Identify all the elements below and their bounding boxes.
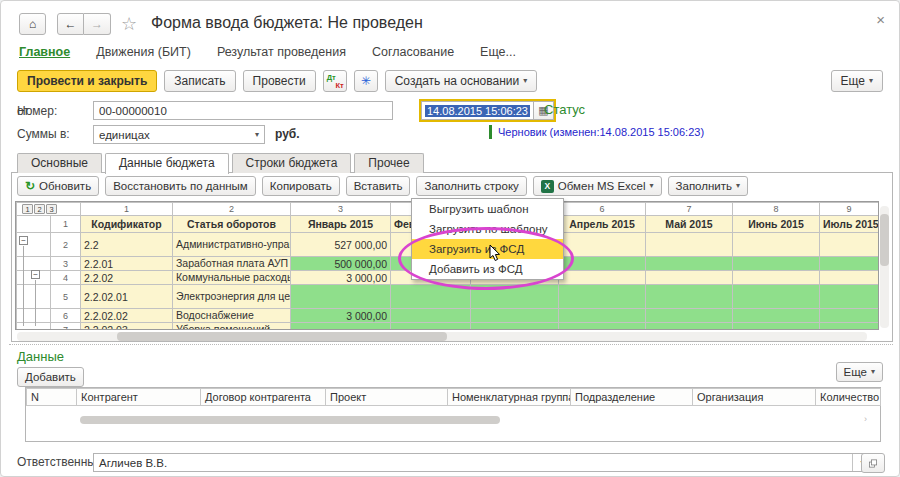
dtkt-button[interactable]: ДтКт <box>323 70 347 92</box>
grid-header-cell[interactable]: Май 2015 <box>646 216 733 233</box>
post-button[interactable]: Провести <box>243 70 316 92</box>
tab-stroki-byudzheta[interactable]: Строки бюджета <box>232 153 352 173</box>
excel-exchange-button[interactable]: X Обмен MS Excel ▾ <box>533 176 662 196</box>
value-cell[interactable] <box>559 309 646 323</box>
value-cell[interactable] <box>733 257 820 271</box>
scrollbar-thumb[interactable] <box>117 332 447 341</box>
menu-item-vygruzit-shablon[interactable]: Выгрузить шаблон <box>412 199 563 219</box>
row-number[interactable]: 6 <box>51 309 81 323</box>
column-number[interactable]: 3 <box>291 203 391 216</box>
copy-button[interactable]: Копировать <box>262 176 340 196</box>
value-cell[interactable] <box>646 233 733 257</box>
menu-item-dobavit-iz-fsd[interactable]: Добавить из ФСД <box>412 259 563 279</box>
article-cell[interactable]: Административно-управленческие расходы <box>173 233 291 257</box>
back-button[interactable]: ← <box>57 13 84 35</box>
value-cell[interactable] <box>471 309 559 323</box>
forward-button[interactable]: → <box>84 13 111 35</box>
value-cell[interactable] <box>646 285 733 309</box>
row-number[interactable]: 4 <box>51 271 81 285</box>
value-cell[interactable] <box>733 309 820 323</box>
paste-button[interactable]: Вставить <box>346 176 411 196</box>
column-header[interactable]: Контрагент <box>77 389 201 406</box>
date-input[interactable]: 14.08.2015 15:06:23 <box>421 101 534 120</box>
value-cell[interactable]: 527 000,00 <box>291 233 391 257</box>
nav-item-dvizheniya[interactable]: Движения (БИТ) <box>96 45 191 59</box>
article-cell[interactable]: Электроэнергия для целей АУП <box>173 285 291 309</box>
value-cell[interactable] <box>733 233 820 257</box>
column-number[interactable]: 8 <box>733 203 820 216</box>
nav-item-more[interactable]: Еще... <box>480 45 516 59</box>
column-number[interactable]: 1 <box>81 203 173 216</box>
responsible-input[interactable]: Агличев В.В. ▾ <box>93 453 873 472</box>
row-number[interactable]: 3 <box>51 257 81 271</box>
add-button[interactable]: Добавить <box>17 367 84 387</box>
tab-dannye-byudzheta[interactable]: Данные бюджета <box>105 153 229 174</box>
fill-button[interactable]: Заполнить ▾ <box>668 176 748 196</box>
code-cell[interactable]: 2.2.02.03 <box>81 323 173 331</box>
more-button-top[interactable]: Еще ▾ <box>831 70 883 92</box>
row-number[interactable]: 5 <box>51 285 81 309</box>
magic-button[interactable]: ✳ <box>354 70 378 92</box>
post-and-close-button[interactable]: Провести и закрыть <box>17 70 157 92</box>
value-cell[interactable]: 3 000,00 <box>291 309 391 323</box>
write-button[interactable]: Записать <box>164 70 235 92</box>
close-icon[interactable]: × <box>876 11 885 28</box>
article-cell[interactable]: Водоснабжение <box>173 309 291 323</box>
article-cell[interactable]: Заработная плата АУП <box>173 257 291 271</box>
column-number[interactable]: 7 <box>646 203 733 216</box>
grid-horizontal-scrollbar[interactable] <box>17 332 867 341</box>
code-cell[interactable]: 2.2.02 <box>81 271 173 285</box>
tab-prochee[interactable]: Прочее <box>354 153 423 173</box>
value-cell[interactable] <box>820 309 879 323</box>
column-header[interactable]: Договор контрагента <box>201 389 326 406</box>
nav-item-glavnoe[interactable]: Главное <box>19 45 70 59</box>
value-cell[interactable] <box>820 233 879 257</box>
row-number[interactable]: 1 <box>51 216 81 233</box>
value-cell[interactable] <box>391 285 471 309</box>
value-cell[interactable] <box>820 257 879 271</box>
refresh-button[interactable]: ↻ Обновить <box>17 176 99 196</box>
value-cell[interactable] <box>646 271 733 285</box>
responsible-choose-button[interactable] <box>861 453 885 473</box>
grid-header-cell[interactable]: Июнь 2015 <box>733 216 820 233</box>
scrollbar-thumb[interactable] <box>880 214 889 266</box>
value-cell[interactable] <box>820 271 879 285</box>
grid-header-cell[interactable]: Статья оборотов <box>173 216 291 233</box>
value-cell[interactable] <box>471 285 559 309</box>
value-cell[interactable] <box>820 285 879 309</box>
tab-osnovnye[interactable]: Основные <box>17 153 102 173</box>
scroll-right-icon[interactable]: › <box>864 414 867 424</box>
home-button[interactable]: ⌂ <box>19 13 46 35</box>
column-header[interactable]: Подразделение <box>571 389 693 406</box>
menu-item-zagruzit-iz-fsd[interactable]: Загрузить из ФСД <box>412 239 563 259</box>
value-cell[interactable] <box>559 233 646 257</box>
fill-row-button[interactable]: Заполнить строку <box>416 176 526 196</box>
value-cell[interactable] <box>391 309 471 323</box>
row-number[interactable]: 7 <box>51 323 81 331</box>
value-cell[interactable]: 500 000,00 <box>291 257 391 271</box>
grid-header-cell[interactable]: Кодификатор <box>81 216 173 233</box>
group-level-1-button[interactable]: 1 <box>22 204 33 214</box>
value-cell[interactable] <box>646 309 733 323</box>
article-cell[interactable]: Уборка помещений <box>173 323 291 331</box>
value-cell[interactable] <box>291 323 391 331</box>
more-button-bottom[interactable]: Еще ▾ <box>836 362 883 382</box>
column-number[interactable]: 2 <box>173 203 291 216</box>
column-number[interactable]: 9 <box>820 203 879 216</box>
value-cell[interactable] <box>471 323 559 331</box>
column-header[interactable]: Проект <box>326 389 448 406</box>
sums-select[interactable]: единицах ▾ <box>93 125 265 144</box>
nav-item-rezultat[interactable]: Результат проведения <box>217 45 346 59</box>
collapse-icon[interactable]: − <box>19 236 28 245</box>
row-number[interactable]: 2 <box>51 233 81 257</box>
value-cell[interactable] <box>391 323 471 331</box>
code-cell[interactable]: 2.2 <box>81 233 173 257</box>
group-level-2-button[interactable]: 2 <box>34 204 45 214</box>
value-cell[interactable] <box>291 285 391 309</box>
favorites-star-icon[interactable]: ☆ <box>121 13 137 35</box>
restore-button[interactable]: Восстановить по данным <box>105 176 256 196</box>
group-level-3-button[interactable]: 3 <box>46 204 57 214</box>
value-cell[interactable] <box>646 323 733 331</box>
grid-header-cell[interactable]: Июль 2015 <box>820 216 879 233</box>
value-cell[interactable] <box>559 323 646 331</box>
